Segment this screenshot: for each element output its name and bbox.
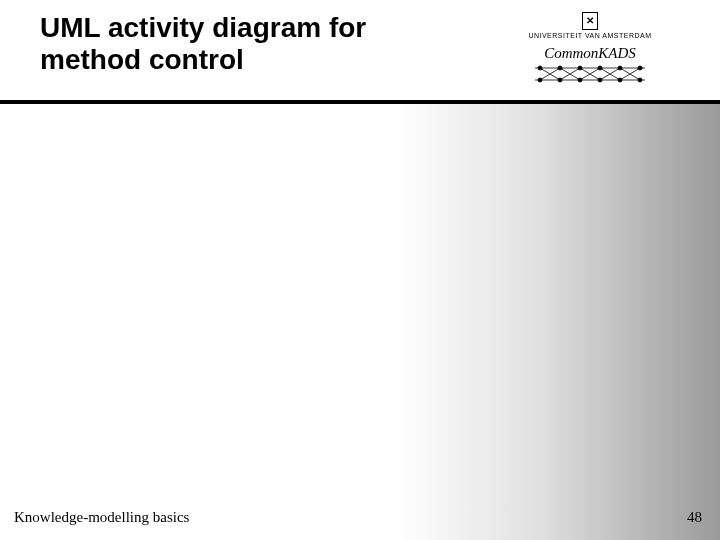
- svg-point-12: [538, 66, 542, 70]
- slide: UML activity diagram for method control …: [0, 0, 720, 540]
- svg-point-19: [558, 78, 562, 82]
- uva-x-icon: ✕: [586, 16, 595, 26]
- svg-point-17: [638, 66, 642, 70]
- svg-point-22: [618, 78, 622, 82]
- svg-point-13: [558, 66, 562, 70]
- svg-point-15: [598, 66, 602, 70]
- header-divider: [0, 100, 720, 104]
- commonkads-logo-text: CommonKADS: [544, 45, 636, 62]
- commonkads-logo: CommonKADS: [530, 45, 650, 84]
- svg-point-16: [618, 66, 622, 70]
- logo-area: ✕ UNIVERSITEIT VAN AMSTERDAM CommonKADS: [500, 12, 680, 84]
- svg-point-21: [598, 78, 602, 82]
- svg-point-14: [578, 66, 582, 70]
- svg-point-18: [538, 78, 542, 82]
- page-number: 48: [687, 509, 702, 526]
- svg-point-20: [578, 78, 582, 82]
- commonkads-graph-icon: [530, 64, 650, 84]
- footer-text: Knowledge-modelling basics: [14, 509, 189, 526]
- slide-title: UML activity diagram for method control: [40, 12, 430, 76]
- svg-point-23: [638, 78, 642, 82]
- uva-logo-text: UNIVERSITEIT VAN AMSTERDAM: [528, 32, 651, 39]
- slide-header: UML activity diagram for method control …: [0, 0, 720, 100]
- uva-logo: ✕ UNIVERSITEIT VAN AMSTERDAM: [528, 12, 651, 39]
- uva-mark-icon: ✕: [582, 12, 598, 30]
